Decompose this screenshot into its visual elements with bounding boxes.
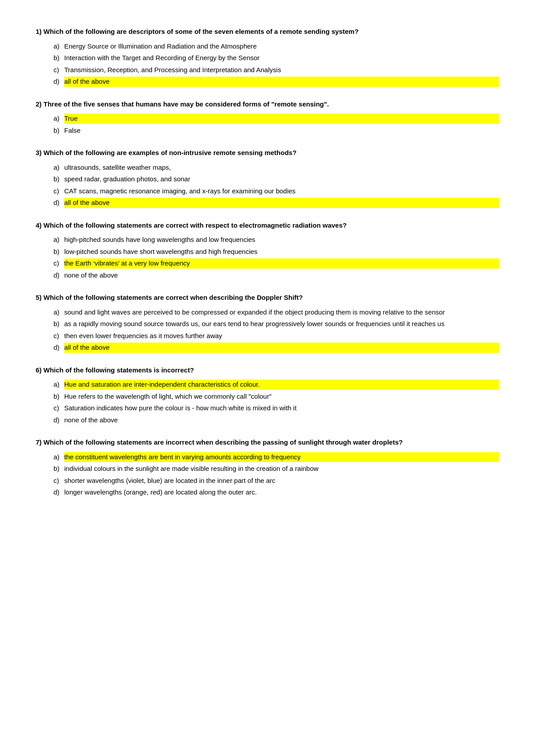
option-text-6-1: Hue and saturation are inter-independent… xyxy=(64,380,499,390)
option-item-6-2: b)Hue refers to the wavelength of light,… xyxy=(54,392,499,402)
option-text-5-2: as a rapidly moving sound source towards… xyxy=(64,319,499,329)
option-label-2-2: b) xyxy=(54,126,64,136)
question-block-5: 5) Which of the following statements are… xyxy=(36,293,499,353)
option-item-1-4: d)all of the above xyxy=(54,77,499,87)
option-text-3-4: all of the above xyxy=(64,198,499,208)
option-item-5-4: d)all of the above xyxy=(54,343,499,353)
option-label-5-4: d) xyxy=(54,343,64,353)
option-label-6-4: d) xyxy=(54,415,64,425)
option-text-7-1: the constituent wavelengths are bent in … xyxy=(64,452,499,462)
option-item-4-1: a)high-pitched sounds have long waveleng… xyxy=(54,235,499,245)
option-item-5-3: c)then even lower frequencies as it move… xyxy=(54,331,499,341)
option-item-5-2: b)as a rapidly moving sound source towar… xyxy=(54,319,499,329)
option-item-3-4: d)all of the above xyxy=(54,198,499,208)
option-text-5-1: sound and light waves are perceived to b… xyxy=(64,307,499,318)
option-item-2-1: a)True xyxy=(54,114,499,124)
options-list-2: a)Trueb)False xyxy=(36,114,499,135)
option-item-3-1: a)ultrasounds, satellite weather maps, xyxy=(54,163,499,173)
options-list-5: a)sound and light waves are perceived to… xyxy=(36,307,499,353)
option-text-1-2: Interaction with the Target and Recordin… xyxy=(64,53,499,63)
option-label-5-1: a) xyxy=(54,307,64,318)
option-item-6-3: c)Saturation indicates how pure the colo… xyxy=(54,403,499,413)
options-list-7: a)the constituent wavelengths are bent i… xyxy=(36,452,499,498)
option-text-4-4: none of the above xyxy=(64,270,499,281)
option-text-4-3: the Earth ‘vibrates’ at a very low frequ… xyxy=(64,258,499,269)
question-block-2: 2) Three of the five senses that humans … xyxy=(36,99,499,136)
option-item-4-3: c)the Earth ‘vibrates’ at a very low fre… xyxy=(54,258,499,269)
option-text-1-4: all of the above xyxy=(64,77,499,87)
option-text-4-1: high-pitched sounds have long wavelength… xyxy=(64,235,499,245)
option-text-1-1: Energy Source or Illumination and Radiat… xyxy=(64,41,499,52)
option-text-2-1: True xyxy=(64,114,499,124)
question-number-2: 2) xyxy=(36,100,41,108)
question-block-7: 7) Which of the following statements are… xyxy=(36,437,499,498)
option-text-6-2: Hue refers to the wavelength of light, w… xyxy=(64,392,499,402)
options-list-3: a)ultrasounds, satellite weather maps,b)… xyxy=(36,163,499,208)
option-item-3-3: c)CAT scans, magnetic resonance imaging,… xyxy=(54,186,499,196)
question-number-4: 4) xyxy=(36,221,41,229)
option-text-7-2: individual colours in the sunlight are m… xyxy=(64,464,499,474)
option-item-4-4: d)none of the above xyxy=(54,270,499,281)
option-text-3-1: ultrasounds, satellite weather maps, xyxy=(64,163,499,173)
option-label-4-2: b) xyxy=(54,247,64,257)
question-title-5: 5) Which of the following statements are… xyxy=(36,293,499,303)
option-label-4-4: d) xyxy=(54,270,64,281)
option-label-4-1: a) xyxy=(54,235,64,245)
option-label-1-4: d) xyxy=(54,77,64,87)
options-list-4: a)high-pitched sounds have long waveleng… xyxy=(36,235,499,280)
option-label-7-4: d) xyxy=(54,487,64,498)
question-block-3: 3) Which of the following are examples o… xyxy=(36,148,499,208)
question-title-4: 4) Which of the following statements are… xyxy=(36,221,499,231)
option-item-7-2: b)individual colours in the sunlight are… xyxy=(54,464,499,474)
option-label-1-1: a) xyxy=(54,41,64,52)
option-label-5-3: c) xyxy=(54,331,64,341)
option-text-6-3: Saturation indicates how pure the colour… xyxy=(64,403,499,413)
option-label-3-2: b) xyxy=(54,174,64,184)
option-text-5-3: then even lower frequencies as it moves … xyxy=(64,331,499,341)
option-text-3-2: speed radar, graduation photos, and sona… xyxy=(64,174,499,184)
option-item-6-1: a)Hue and saturation are inter-independe… xyxy=(54,380,499,390)
option-label-7-1: a) xyxy=(54,452,64,462)
option-text-4-2: low-pitched sounds have short wavelength… xyxy=(64,247,499,257)
option-item-7-3: c)shorter wavelengths (violet, blue) are… xyxy=(54,476,499,486)
option-label-5-2: b) xyxy=(54,319,64,329)
question-number-3: 3) xyxy=(36,149,41,156)
option-label-6-1: a) xyxy=(54,380,64,390)
question-title-3: 3) Which of the following are examples o… xyxy=(36,148,499,158)
option-text-7-4: longer wavelengths (orange, red) are loc… xyxy=(64,487,499,498)
options-list-1: a)Energy Source or Illumination and Radi… xyxy=(36,41,499,87)
question-number-6: 6) xyxy=(36,366,41,374)
option-label-7-3: c) xyxy=(54,476,64,486)
option-label-6-3: c) xyxy=(54,403,64,413)
option-item-1-1: a)Energy Source or Illumination and Radi… xyxy=(54,41,499,52)
question-block-4: 4) Which of the following statements are… xyxy=(36,221,499,281)
option-item-4-2: b)low-pitched sounds have short waveleng… xyxy=(54,247,499,257)
option-label-6-2: b) xyxy=(54,392,64,402)
option-item-1-2: b)Interaction with the Target and Record… xyxy=(54,53,499,63)
options-list-6: a)Hue and saturation are inter-independe… xyxy=(36,380,499,425)
option-item-1-3: c)Transmission, Reception, and Processin… xyxy=(54,65,499,75)
question-title-1: 1) Which of the following are descriptor… xyxy=(36,27,499,37)
option-label-2-1: a) xyxy=(54,114,64,124)
option-item-7-1: a)the constituent wavelengths are bent i… xyxy=(54,452,499,462)
option-text-7-3: shorter wavelengths (violet, blue) are l… xyxy=(64,476,499,486)
question-title-6: 6) Which of the following statements is … xyxy=(36,365,499,376)
option-item-6-4: d)none of the above xyxy=(54,415,499,425)
option-item-5-1: a)sound and light waves are perceived to… xyxy=(54,307,499,318)
option-text-1-3: Transmission, Reception, and Processing … xyxy=(64,65,499,75)
option-text-6-4: none of the above xyxy=(64,415,499,425)
question-number-1: 1) xyxy=(36,28,41,35)
option-label-1-2: b) xyxy=(54,53,64,63)
option-item-3-2: b)speed radar, graduation photos, and so… xyxy=(54,174,499,184)
question-title-2: 2) Three of the five senses that humans … xyxy=(36,99,499,110)
option-text-5-4: all of the above xyxy=(64,343,499,353)
option-item-7-4: d)longer wavelengths (orange, red) are l… xyxy=(54,487,499,498)
option-label-3-1: a) xyxy=(54,163,64,173)
option-label-4-3: c) xyxy=(54,258,64,269)
question-number-5: 5) xyxy=(36,294,41,301)
question-block-6: 6) Which of the following statements is … xyxy=(36,365,499,425)
option-item-2-2: b)False xyxy=(54,126,499,136)
option-label-1-3: c) xyxy=(54,65,64,75)
option-text-2-2: False xyxy=(64,126,499,136)
question-number-7: 7) xyxy=(36,438,41,446)
